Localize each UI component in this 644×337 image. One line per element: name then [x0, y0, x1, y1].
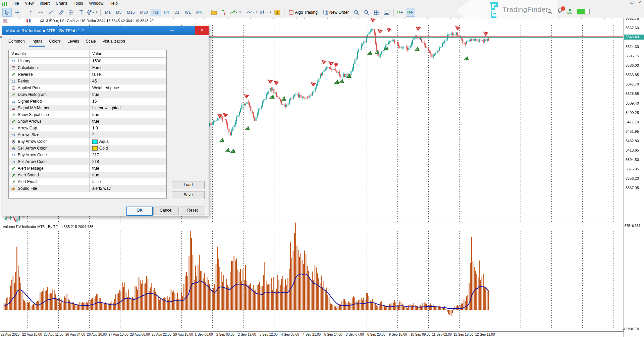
trendline-tool-button[interactable]: [46, 8, 56, 17]
timeframe-h1-button[interactable]: H1: [151, 9, 161, 16]
param-value[interactable]: Weighted price: [90, 85, 166, 91]
menu-file[interactable]: File: [9, 0, 22, 6]
param-row[interactable]: Buy Arrow ColorAqua: [9, 138, 166, 145]
param-row[interactable]: Alert Emailfalse: [9, 178, 166, 185]
param-row[interactable]: Show Arrowstrue: [9, 118, 166, 125]
param-row[interactable]: 01Period45: [9, 78, 166, 85]
param-value[interactable]: 45: [90, 78, 166, 85]
ok-button[interactable]: OK: [126, 207, 153, 216]
param-value[interactable]: Linear weighted: [90, 105, 166, 111]
menu-insert[interactable]: Insert: [37, 0, 53, 6]
dialog-tab-common[interactable]: Common: [6, 38, 28, 47]
menu-charts[interactable]: Charts: [53, 0, 70, 6]
param-row[interactable]: Signal MA MethodLinear weighted: [9, 105, 166, 111]
menu-window[interactable]: Window: [86, 0, 107, 6]
save-button[interactable]: Save: [172, 191, 205, 199]
param-row[interactable]: Applied PriceWeighted price: [9, 85, 166, 91]
window-restore-button[interactable]: ❐: [630, 0, 634, 5]
param-value[interactable]: true: [90, 118, 166, 125]
param-value[interactable]: true: [90, 111, 166, 118]
fibonacci-tool-button[interactable]: [66, 8, 76, 17]
search-icon[interactable]: [547, 9, 552, 14]
param-value[interactable]: alert2.wav: [90, 185, 166, 192]
timeframe-m30-button[interactable]: M30: [138, 9, 151, 16]
load-button[interactable]: Load: [172, 181, 205, 189]
param-value[interactable]: false: [90, 71, 166, 78]
text-tool-button[interactable]: [76, 8, 86, 17]
templates-folder-button[interactable]: [209, 8, 219, 17]
quotes-button[interactable]: $: [273, 8, 282, 17]
timeframe-mn-button[interactable]: MN: [194, 9, 205, 16]
zoom-in-button[interactable]: [352, 8, 361, 17]
dialog-tab-inputs[interactable]: Inputs: [29, 38, 45, 47]
menu-view[interactable]: View: [22, 0, 37, 6]
dialog-tab-visualization[interactable]: Visualization: [100, 38, 128, 47]
time-axis[interactable]: 22 Aug 202522 Aug 18:0025 Aug 11:0026 Au…: [0, 331, 624, 337]
param-value[interactable]: 1.0: [90, 125, 166, 131]
channel-tool-button[interactable]: [56, 8, 66, 17]
param-row[interactable]: 01History1500: [9, 58, 166, 64]
cursor-tool-button[interactable]: [2, 8, 12, 17]
param-row[interactable]: CalculationForce: [9, 64, 166, 71]
param-value[interactable]: Force: [90, 64, 166, 71]
candle-chart-type-button[interactable]: ▼: [259, 8, 272, 17]
timeframe-m5-button[interactable]: M5: [113, 9, 124, 16]
algo-trading-button[interactable]: Algo Trading: [286, 8, 320, 17]
price-axis[interactable]: 3681.753662.603624.303605.153586.003566.…: [624, 17, 644, 337]
timeframe-m15-button[interactable]: M15: [124, 9, 137, 16]
param-value[interactable]: Aqua: [90, 138, 166, 145]
dialog-tab-scale[interactable]: Scale: [83, 38, 99, 47]
connection-level-bar[interactable]: [577, 9, 590, 14]
cancel-button[interactable]: Cancel: [153, 207, 179, 215]
param-row[interactable]: 01Arrows Size2: [9, 131, 166, 138]
crosshair-tool-button[interactable]: [12, 8, 22, 17]
dialog-tab-levels[interactable]: Levels: [65, 38, 82, 47]
param-row[interactable]: abSound Filealert2.wav: [9, 185, 166, 192]
param-value[interactable]: 217: [90, 152, 166, 158]
param-value[interactable]: 218: [90, 158, 166, 165]
shapes-tool-button[interactable]: ▼: [87, 8, 98, 17]
param-row[interactable]: Reversefalse: [9, 71, 166, 78]
new-order-button[interactable]: New Order: [321, 8, 351, 17]
horizontal-line-tool-button[interactable]: [36, 8, 46, 17]
param-value[interactable]: false: [90, 178, 166, 185]
one-click-trading-icon[interactable]: [26, 19, 32, 23]
vertical-line-tool-button[interactable]: [26, 8, 36, 17]
timeframe-w1-button[interactable]: W1: [182, 9, 194, 16]
param-value[interactable]: true: [90, 91, 166, 98]
dialog-tab-colors[interactable]: Colors: [46, 38, 63, 47]
param-value[interactable]: 1500: [90, 58, 166, 64]
auto-scroll-button[interactable]: [396, 8, 405, 17]
param-row[interactable]: 01Signal Period15: [9, 98, 166, 105]
zoom-out-button[interactable]: [362, 8, 371, 17]
param-row[interactable]: ½Arrow Gap1.0: [9, 125, 166, 131]
market-watch-icon[interactable]: [3, 19, 8, 23]
window-minimize-button[interactable]: —: [622, 0, 626, 5]
notifications-bell[interactable]: 1: [557, 8, 562, 15]
tile-windows-button[interactable]: [372, 8, 381, 17]
param-row[interactable]: Show Signal Linetrue: [9, 111, 166, 118]
menu-help[interactable]: Help: [106, 0, 121, 6]
param-row[interactable]: 01Buy Arrow Code217: [9, 152, 166, 158]
param-value[interactable]: 15: [90, 98, 166, 105]
param-row[interactable]: Alert Soundtrue: [9, 172, 166, 178]
window-close-button[interactable]: ✕: [638, 0, 641, 5]
chart-shift-button[interactable]: [406, 8, 415, 17]
param-row[interactable]: Draw Histogramtrue: [9, 91, 166, 98]
reset-button[interactable]: Reset: [180, 207, 205, 215]
toggle-panel-button[interactable]: [382, 8, 391, 17]
timeframe-m1-button[interactable]: M1: [102, 9, 113, 16]
param-row[interactable]: Sell Arrow ColorGold: [9, 145, 166, 152]
param-row[interactable]: 01Sell Arrow Code218: [9, 158, 166, 165]
param-value[interactable]: 2: [90, 131, 166, 138]
param-value[interactable]: true: [90, 172, 166, 178]
line-chart-type-button[interactable]: ▼: [246, 8, 259, 17]
dialog-minimize-button[interactable]: —: [166, 26, 178, 35]
param-value[interactable]: Gold: [90, 145, 166, 152]
param-row[interactable]: Alert Messagetrue: [9, 165, 166, 172]
timeframe-h4-button[interactable]: H4: [161, 9, 171, 16]
menu-tools[interactable]: Tools: [71, 0, 86, 6]
param-value[interactable]: true: [90, 165, 166, 172]
dialog-close-button[interactable]: ✕: [195, 26, 209, 35]
tick-chart-button[interactable]: [219, 8, 229, 17]
